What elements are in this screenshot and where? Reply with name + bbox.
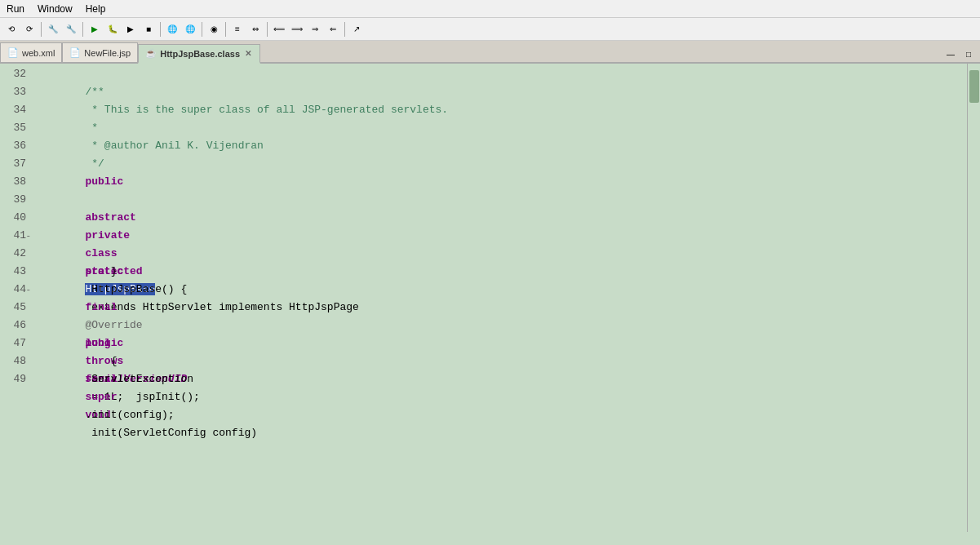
toolbar-btn-14[interactable]: ⇒	[307, 21, 323, 38]
tab-httpjspbase[interactable]: ☕ HttpJspBase.class ✕	[138, 44, 260, 64]
tab-icon-httpjspbase: ☕	[145, 48, 157, 59]
line-num-35: 35	[0, 119, 26, 137]
line-numbers: 32 33 34 35 36 37 38 39 40 41 42 43 44 4…	[0, 64, 31, 532]
toolbar-btn-10[interactable]: ≡	[229, 21, 246, 38]
toolbar-btn-8[interactable]: 🌐	[182, 21, 198, 38]
toolbar-btn-5[interactable]: ▶	[122, 21, 139, 38]
toolbar-run-btn[interactable]: ▶	[86, 21, 103, 38]
code-token-32-comment: /**	[85, 86, 104, 98]
line-num-39: 39	[0, 191, 26, 209]
line-num-47: 47	[0, 335, 26, 352]
line-num-37: 37	[0, 155, 26, 173]
menu-help[interactable]: Help	[79, 2, 113, 16]
code-line-40	[34, 209, 967, 227]
code-token-39-private: private	[85, 229, 130, 241]
line-num-46: 46	[0, 317, 26, 335]
tabbar: 📄 web.xml 📄 NewFile.jsp ☕ HttpJspBase.cl…	[0, 41, 980, 64]
toolbar-btn-11[interactable]: ⇔	[247, 21, 264, 38]
line-num-38: 38	[0, 173, 26, 191]
toolbar-sep-4	[202, 22, 202, 37]
toolbar-debug-btn[interactable]: 🐛	[104, 21, 121, 38]
code-line-47: {	[34, 335, 967, 352]
line-num-43: 43	[0, 263, 26, 281]
code-line-46: throws ServletException	[34, 317, 967, 335]
code-content[interactable]: /** * This is the super class of all JSP…	[31, 64, 967, 532]
tab-label-newfile: NewFile.jsp	[84, 48, 131, 58]
scrollbar-vertical[interactable]	[967, 64, 980, 532]
toolbar-sep-5	[225, 22, 226, 37]
code-line-48: super .init(config);	[34, 352, 967, 370]
toolbar-btn-4[interactable]: 🔧	[63, 21, 79, 38]
line-num-36: 36	[0, 137, 26, 155]
tab-close-httpjspbase[interactable]: ✕	[243, 49, 253, 58]
code-token-36-comment: */	[85, 157, 104, 170]
toolbar-sep-3	[160, 22, 161, 37]
toolbar-btn-3[interactable]: 🔧	[45, 21, 61, 38]
toolbar-btn-2[interactable]: ⟳	[21, 21, 38, 38]
scrollbar-vertical-thumb[interactable]	[969, 70, 979, 103]
line-num-41: 41	[0, 227, 26, 245]
tab-newfile-jsp[interactable]: 📄 NewFile.jsp	[62, 42, 138, 62]
toolbar-btn-1[interactable]: ⟲	[3, 21, 20, 38]
line-num-32: 32	[0, 65, 26, 83]
code-line-41: protected HttpJspBase() {	[34, 227, 967, 245]
menu-run[interactable]: Run	[0, 2, 31, 16]
line-num-34: 34	[0, 101, 26, 119]
toolbar-btn-15[interactable]: ⇐	[325, 21, 341, 38]
code-line-37: public abstract class HttpJspBase extend…	[34, 155, 967, 173]
toolbar-sep-1	[41, 22, 42, 37]
tab-icon-web-xml: 📄	[7, 47, 19, 58]
tab-icon-newfile: 📄	[69, 47, 81, 58]
minimize-btn[interactable]: —	[942, 46, 959, 62]
line-num-49: 49	[0, 370, 26, 388]
code-line-43	[34, 263, 967, 281]
code-line-35: * @author Anil K. Vijendran	[34, 119, 967, 137]
code-line-38	[34, 173, 967, 191]
line-num-42: 42	[0, 245, 26, 263]
code-token-33-comment: * This is the super class of all JSP-gen…	[85, 104, 448, 116]
toolbar: ⟲ ⟳ 🔧 🔧 ▶ 🐛 ▶ ■ 🌐 🌐 ◉ ≡ ⇔ ⟸ ⟹ ⇒ ⇐ ↗	[0, 18, 980, 41]
toolbar-sep-2	[82, 22, 83, 37]
line-num-44: 44	[0, 281, 26, 299]
toolbar-btn-9[interactable]: ◉	[206, 21, 222, 38]
tab-label-httpjspbase: HttpJspBase.class	[160, 49, 240, 59]
line-num-45: 45	[0, 299, 26, 317]
code-line-42: }	[34, 245, 967, 263]
toolbar-btn-7[interactable]: 🌐	[164, 21, 180, 38]
toolbar-btn-6[interactable]: ■	[140, 21, 157, 38]
line-num-33: 33	[0, 83, 26, 101]
code-line-32: /**	[34, 65, 967, 83]
code-line-33: * This is the super class of all JSP-gen…	[34, 83, 967, 101]
code-line-39: private static final long serialVersionU…	[34, 191, 967, 209]
maximize-btn[interactable]: □	[960, 46, 977, 62]
toolbar-btn-16[interactable]: ↗	[348, 21, 365, 38]
tab-label-web-xml: web.xml	[22, 48, 55, 58]
code-token-37-public: public	[85, 175, 123, 188]
menu-window[interactable]: Window	[31, 2, 79, 16]
editor: 32 33 34 35 36 37 38 39 40 41 42 43 44 4…	[0, 64, 980, 532]
code-token-35-comment: * @author Anil K. Vijendran	[85, 140, 263, 152]
code-token-34-comment: *	[85, 122, 98, 134]
toolbar-btn-12[interactable]: ⟸	[271, 21, 287, 38]
line-num-40: 40	[0, 209, 26, 227]
tab-controls: — □	[942, 46, 980, 62]
menubar: Run Window Help	[0, 0, 980, 18]
toolbar-btn-13[interactable]: ⟹	[289, 21, 305, 38]
toolbar-sep-6	[267, 22, 268, 37]
tab-web-xml[interactable]: 📄 web.xml	[0, 42, 62, 62]
toolbar-sep-7	[344, 22, 345, 37]
line-num-48: 48	[0, 352, 26, 370]
